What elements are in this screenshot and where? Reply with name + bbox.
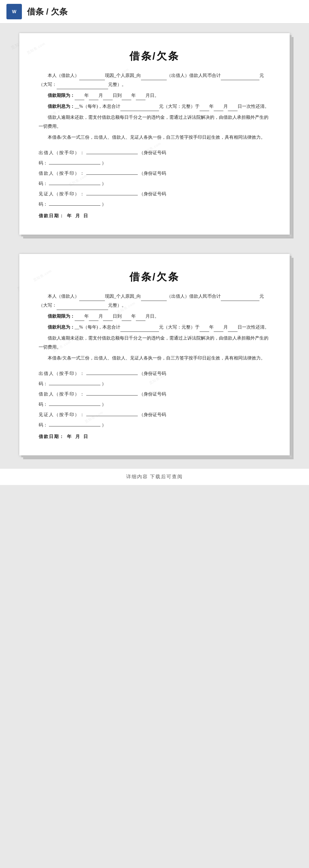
blank-borrower2 xyxy=(79,296,105,301)
doc2-lender-id-line xyxy=(49,379,100,385)
doc2-date-label: 借款日期： xyxy=(39,432,64,441)
doc2-witness-id-prefix: 码： xyxy=(39,421,48,430)
doc2-date-row: 借款日期： 年 月 日 xyxy=(39,432,270,441)
doc2-borrower-id-close: ） xyxy=(102,400,106,409)
doc2-date-value: 年 月 日 xyxy=(67,432,89,441)
doc2-title: 借条/欠条 xyxy=(39,270,270,284)
blank-year-end1 xyxy=(122,95,131,100)
blank-month-end1 xyxy=(136,95,146,100)
blank-month-start1 xyxy=(89,95,98,100)
footer-text: 详细内容 下载后可查阅 xyxy=(126,474,183,479)
doc1-para2: 借款期限为：年月日到年月日。 xyxy=(39,91,270,100)
doc2-para3: 借款利息为：__%（每年)，本息合计元（大写：元整）于年月日一次性还清。 xyxy=(39,323,270,332)
doc2-witness-id-row: 码： ） xyxy=(39,421,270,430)
doc2-borrower-id-row: 码： ） xyxy=(39,400,270,409)
doc1-borrower-id-line xyxy=(49,179,100,185)
doc2-lender-label: 出借人（按手印）： xyxy=(39,369,85,378)
blank-repay-year1 xyxy=(199,106,209,111)
doc2-para4: 借款人逾期未还款，需支付借款总额每日千分之一的违约金，需通过上诉法院解决的，由借… xyxy=(39,334,270,352)
doc2-borrower-row: 借款人（按手印）： （身份证号码 xyxy=(39,390,270,399)
doc1-witness-label: 见证人（按手印）： xyxy=(39,190,85,198)
blank-month-start2 xyxy=(89,316,98,321)
blank-amount-daxie2 xyxy=(57,305,108,310)
doc1-para3: 借款利息为：__%（每年)，本息合计元（大写：元整）于年月日一次性还清。 xyxy=(39,102,270,111)
doc1-borrower-id-prefix: 码： xyxy=(39,179,48,188)
doc1-lender-id-row: 码： ） xyxy=(39,159,270,168)
header-bar: W 借条 / 欠条 xyxy=(0,0,309,24)
doc2-witness-label: 见证人（按手印）： xyxy=(39,410,85,420)
doc1-witness-id-prefix: 码： xyxy=(39,200,48,209)
doc1-witness-id-row: 码： ） xyxy=(39,200,270,209)
doc2-borrower-label: 借款人（按手印）： xyxy=(39,390,85,399)
doc2-borrower-id-label: （身份证号码 xyxy=(139,390,166,399)
blank-borrower1 xyxy=(79,75,105,80)
document-1: 觅知鱼.com 觅知鱼.com 觅知鱼.com 觅知鱼.com 觅知鱼.com … xyxy=(19,33,290,235)
main-content: 觅知鱼.com 觅知鱼.com 觅知鱼.com 觅知鱼.com 觅知鱼.com … xyxy=(0,24,309,468)
blank-interest-total2 xyxy=(120,327,159,332)
doc1-para1: 本人（借款人）现因_个人原因_向（出借人）借款人民币合计元（大写：元整）。 xyxy=(39,71,270,89)
blank-lender2 xyxy=(141,296,167,301)
doc2-witness-row: 见证人（按手印）： （身份证号码 xyxy=(39,410,270,420)
doc2-lender-id-prefix: 码： xyxy=(39,379,48,389)
doc1-lender-id-prefix: 码： xyxy=(39,159,48,168)
doc1-lender-id-label: （身份证号码 xyxy=(139,148,166,157)
doc2-witness-line xyxy=(86,410,138,416)
blank-repay-year2 xyxy=(199,327,209,332)
doc1-lender-row: 出借人（按手印）： （身份证号码 xyxy=(39,148,270,157)
word-icon: W xyxy=(6,4,22,19)
doc1-date-value: 年 月 日 xyxy=(67,212,89,220)
doc1-witness-id-line xyxy=(49,200,100,206)
doc1-title: 借条/欠条 xyxy=(39,49,270,63)
doc2-body: 本人（借款人）现因_个人原因_向（出借人）借款人民币合计元（大写：元整）。 借款… xyxy=(39,292,270,441)
doc2-witness-id-label: （身份证号码 xyxy=(139,410,166,420)
blank-repay-day2 xyxy=(228,327,238,332)
blank-day-start2 xyxy=(103,316,113,321)
doc1-signatures: 出借人（按手印）： （身份证号码 码： ） 借款人（按手印）： （身份证号码 xyxy=(39,148,270,220)
doc1-date-row: 借款日期： 年 月 日 xyxy=(39,212,270,220)
blank-repay-month2 xyxy=(214,327,223,332)
doc1-witness-line xyxy=(86,190,138,195)
blank-month-end2 xyxy=(136,316,146,321)
blank-repay-day1 xyxy=(228,106,238,111)
doc2-para5: 本借条/欠条一式三份，出借人、借款人、见证人各执一份，自三方签字按手印日起生效，… xyxy=(39,354,270,363)
doc1-borrower-id-close: ） xyxy=(102,179,106,188)
blank-day-start1 xyxy=(103,95,113,100)
doc1-witness-row: 见证人（按手印）： （身份证号码 xyxy=(39,190,270,198)
blank-year-end2 xyxy=(122,316,131,321)
doc1-borrower-line xyxy=(86,169,138,175)
doc2-witness-id-line xyxy=(49,421,100,427)
doc1-witness-id-label: （身份证号码 xyxy=(139,190,166,198)
doc1-body: 本人（借款人）现因_个人原因_向（出借人）借款人民币合计元（大写：元整）。 借款… xyxy=(39,71,270,220)
blank-year-start1 xyxy=(75,95,84,100)
document-1-wrapper: 觅知鱼.com 觅知鱼.com 觅知鱼.com 觅知鱼.com 觅知鱼.com … xyxy=(19,33,290,235)
doc2-para2: 借款期限为：年月日到年月日。 xyxy=(39,312,270,321)
doc2-lender-id-label: （身份证号码 xyxy=(139,369,166,378)
doc1-lender-label: 出借人（按手印）： xyxy=(39,148,85,157)
doc1-lender-id-line xyxy=(49,159,100,164)
doc1-borrower-row: 借款人（按手印）： （身份证号码 xyxy=(39,169,270,178)
doc1-date-label: 借款日期： xyxy=(39,212,64,220)
doc1-para4: 借款人逾期未还款，需支付借款总额每日千分之一的违约金，需通过上诉法院解决的，由借… xyxy=(39,113,270,131)
doc2-para1: 本人（借款人）现因_个人原因_向（出借人）借款人民币合计元（大写：元整）。 xyxy=(39,292,270,310)
doc1-para5: 本借条/欠条一式三份，出借人、借款人、见证人各执一份，自三方签字按手印日起生效，… xyxy=(39,133,270,142)
doc1-borrower-id-label: （身份证号码 xyxy=(139,169,166,178)
blank-amount1 xyxy=(221,75,259,80)
doc2-lender-row: 出借人（按手印）： （身份证号码 xyxy=(39,369,270,378)
doc2-borrower-line xyxy=(86,390,138,396)
document-2: 觅知鱼.com 觅知鱼.com 觅知鱼.com 觅知鱼.com 觅知鱼.com … xyxy=(19,254,290,456)
doc2-borrower-id-line xyxy=(49,400,100,406)
doc1-borrower-label: 借款人（按手印）： xyxy=(39,169,85,178)
blank-amount2 xyxy=(221,296,259,301)
blank-interest-total1 xyxy=(120,106,159,111)
doc2-borrower-id-prefix: 码： xyxy=(39,400,48,409)
doc1-witness-id-close: ） xyxy=(102,200,106,209)
document-2-wrapper: 觅知鱼.com 觅知鱼.com 觅知鱼.com 觅知鱼.com 觅知鱼.com … xyxy=(19,254,290,456)
doc1-lender-id-close: ） xyxy=(102,159,106,168)
doc2-lender-id-close: ） xyxy=(102,379,106,389)
doc2-lender-line xyxy=(86,369,138,375)
blank-year-start2 xyxy=(75,316,84,321)
blank-amount-daxie1 xyxy=(57,84,108,89)
doc1-borrower-id-row: 码： ） xyxy=(39,179,270,188)
header-title: 借条 / 欠条 xyxy=(27,6,68,18)
blank-repay-month1 xyxy=(214,106,223,111)
